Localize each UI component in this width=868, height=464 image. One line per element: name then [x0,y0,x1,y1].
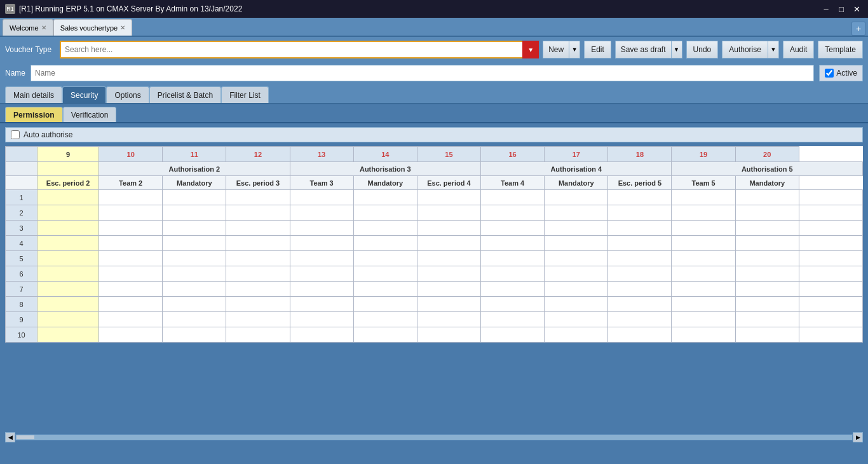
row-2-col20[interactable] [735,205,799,221]
row-7-col15[interactable] [417,282,480,297]
row-1-col20[interactable] [735,190,799,205]
sub-tab-permission[interactable]: Permission [5,107,63,122]
row-7-col16[interactable] [481,282,545,297]
row-9-col12[interactable] [226,312,290,327]
row-7-col12[interactable] [226,282,290,297]
row-8-col13[interactable] [290,297,353,312]
template-button[interactable]: Template [818,41,863,58]
row-9-col14[interactable] [353,312,417,327]
row-10-col18[interactable] [608,327,672,343]
tab-sales-vouchertype[interactable]: Sales vouchertype ✕ [53,19,133,36]
row-8-col12[interactable] [226,297,290,312]
row-6-col21[interactable] [799,266,862,282]
row-4-col14[interactable] [353,236,417,251]
row-9-col13[interactable] [290,312,353,327]
row-7-col14[interactable] [353,282,417,297]
row-5-col20[interactable] [735,251,799,266]
edit-button[interactable]: Edit [584,41,611,58]
row-3-col17[interactable] [545,221,608,236]
row-5-col13[interactable] [290,251,353,266]
row-2-col13[interactable] [290,205,353,221]
audit-button[interactable]: Audit [783,41,814,58]
row-2-col21[interactable] [799,205,862,221]
row-4-col13[interactable] [290,236,353,251]
row-6-col13[interactable] [290,266,353,282]
row-1-col16[interactable] [481,190,545,205]
row-10-col12[interactable] [226,327,290,343]
row-9-col20[interactable] [735,312,799,327]
row-3-col9[interactable] [37,221,99,236]
row-5-col10[interactable] [99,251,163,266]
search-input[interactable] [60,41,539,58]
row-9-col9[interactable] [37,312,99,327]
row-5-col15[interactable] [417,251,480,266]
row-1-col12[interactable] [226,190,290,205]
row-2-col15[interactable] [417,205,480,221]
sub-tab-verification[interactable]: Verification [63,107,117,122]
row-8-col11[interactable] [163,297,226,312]
row-1-col17[interactable] [545,190,608,205]
row-10-col17[interactable] [545,327,608,343]
row-10-col13[interactable] [290,327,353,343]
row-6-col12[interactable] [226,266,290,282]
row-4-col19[interactable] [672,236,735,251]
row-6-col20[interactable] [735,266,799,282]
scrollbar-thumb[interactable] [16,435,35,440]
row-7-col21[interactable] [799,282,862,297]
scroll-left-button[interactable]: ◀ [5,432,15,442]
row-2-col17[interactable] [545,205,608,221]
row-8-col16[interactable] [481,297,545,312]
grid-container[interactable]: 91011121314151617181920Authorisation 2Au… [0,146,868,432]
row-8-col9[interactable] [37,297,99,312]
row-6-col11[interactable] [163,266,226,282]
name-input[interactable] [31,65,814,81]
row-1-col13[interactable] [290,190,353,205]
authorise-dropdown-button[interactable]: ▼ [768,41,779,58]
section-tab-security[interactable]: Security [62,86,106,103]
row-3-col16[interactable] [481,221,545,236]
row-9-col17[interactable] [545,312,608,327]
section-tab-pricelist-&-batch[interactable]: Pricelist & Batch [149,86,221,103]
row-6-col16[interactable] [481,266,545,282]
row-3-col10[interactable] [99,221,163,236]
row-8-col20[interactable] [735,297,799,312]
row-10-col15[interactable] [417,327,480,343]
row-2-col9[interactable] [37,205,99,221]
row-5-col14[interactable] [353,251,417,266]
row-10-col10[interactable] [99,327,163,343]
row-8-col17[interactable] [545,297,608,312]
row-4-col18[interactable] [608,236,672,251]
authorise-button[interactable]: Authorise [722,41,768,58]
scroll-right-button[interactable]: ▶ [853,432,863,442]
row-5-col11[interactable] [163,251,226,266]
row-10-col11[interactable] [163,327,226,343]
row-2-col10[interactable] [99,205,163,221]
section-tab-options[interactable]: Options [106,86,149,103]
row-4-col11[interactable] [163,236,226,251]
row-7-col18[interactable] [608,282,672,297]
row-2-col18[interactable] [608,205,672,221]
row-1-col10[interactable] [99,190,163,205]
row-7-col20[interactable] [735,282,799,297]
row-3-col20[interactable] [735,221,799,236]
row-8-col10[interactable] [99,297,163,312]
row-9-col21[interactable] [799,312,862,327]
row-4-col20[interactable] [735,236,799,251]
row-6-col10[interactable] [99,266,163,282]
row-10-col14[interactable] [353,327,417,343]
section-tab-filter-list[interactable]: Filter List [221,86,269,103]
save-as-draft-dropdown-button[interactable]: ▼ [671,41,682,58]
row-1-col21[interactable] [799,190,862,205]
row-10-col19[interactable] [672,327,735,343]
section-tab-main-details[interactable]: Main details [5,86,62,103]
tab-welcome-close[interactable]: ✕ [41,24,46,31]
row-7-col13[interactable] [290,282,353,297]
row-6-col14[interactable] [353,266,417,282]
row-10-col21[interactable] [799,327,862,343]
row-7-col11[interactable] [163,282,226,297]
row-5-col12[interactable] [226,251,290,266]
row-3-col21[interactable] [799,221,862,236]
row-5-col17[interactable] [545,251,608,266]
row-5-col16[interactable] [481,251,545,266]
row-4-col15[interactable] [417,236,480,251]
